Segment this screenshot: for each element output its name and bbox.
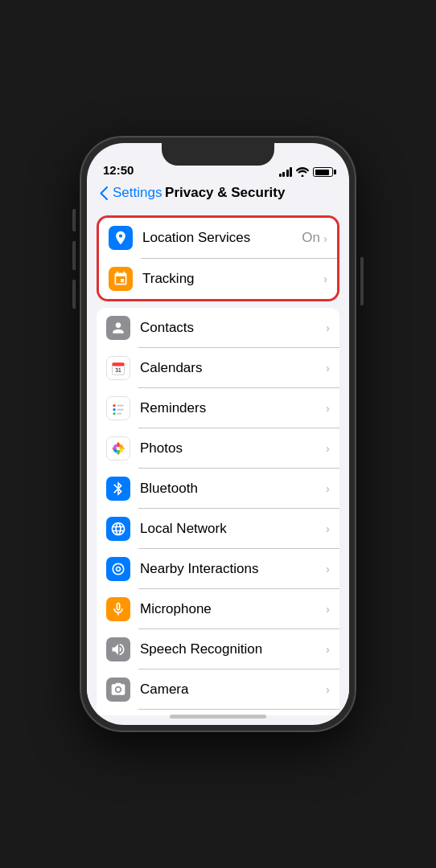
tracking-label: Tracking <box>142 271 323 287</box>
bluetooth-icon <box>106 477 130 501</box>
location-services-status: On <box>302 230 320 246</box>
tracking-icon <box>109 267 133 291</box>
contacts-right: › <box>326 321 330 334</box>
bluetooth-label: Bluetooth <box>140 481 326 497</box>
nav-bar: Settings Privacy & Security <box>87 182 349 209</box>
microphone-label: Microphone <box>140 601 326 617</box>
calendars-icon: 31 <box>106 356 130 380</box>
calendars-chevron: › <box>326 361 330 375</box>
battery-icon <box>313 167 333 177</box>
microphone-icon <box>106 597 130 621</box>
svg-rect-8 <box>117 412 121 414</box>
svg-rect-6 <box>117 404 123 406</box>
camera-icon <box>106 678 130 702</box>
svg-point-4 <box>113 408 115 411</box>
contacts-item[interactable]: Contacts › <box>97 308 339 348</box>
nearby-interactions-item[interactable]: Nearby Interactions › <box>97 549 339 589</box>
back-button[interactable]: Settings <box>100 185 162 201</box>
status-icons <box>279 167 334 177</box>
nearby-interactions-icon <box>106 557 130 581</box>
contacts-chevron: › <box>326 321 330 334</box>
tracking-right: › <box>323 272 327 285</box>
permissions-section: Contacts › 31 Calendars <box>97 308 339 716</box>
back-chevron-icon <box>100 186 108 200</box>
local-network-item[interactable]: Local Network › <box>97 509 339 549</box>
speech-recognition-item[interactable]: Speech Recognition › <box>97 629 339 669</box>
local-network-icon <box>106 517 130 541</box>
bluetooth-item[interactable]: Bluetooth › <box>97 469 339 509</box>
local-network-right: › <box>326 522 330 535</box>
location-services-label: Location Services <box>142 230 302 246</box>
location-services-right: On › <box>302 230 327 246</box>
svg-point-3 <box>113 404 115 407</box>
reminders-icon <box>106 396 130 420</box>
svg-point-15 <box>117 447 120 450</box>
power-button[interactable] <box>360 257 364 305</box>
reminders-chevron: › <box>326 401 330 415</box>
photos-label: Photos <box>140 440 326 457</box>
reminders-right: › <box>326 401 330 415</box>
photos-item[interactable]: Photos › <box>97 428 339 469</box>
home-indicator <box>170 714 266 719</box>
speech-recognition-right: › <box>326 642 330 656</box>
location-services-icon <box>109 226 133 250</box>
camera-item[interactable]: Camera › <box>97 669 339 710</box>
calendars-item[interactable]: 31 Calendars › <box>97 348 339 388</box>
contacts-label: Contacts <box>140 320 326 336</box>
photos-right: › <box>326 441 330 455</box>
microphone-chevron: › <box>326 602 330 616</box>
wifi-icon <box>296 167 309 177</box>
volume-down-button[interactable] <box>72 280 76 309</box>
speech-recognition-chevron: › <box>326 642 330 656</box>
top-section: Location Services On › <box>97 215 339 301</box>
screen: 12:50 <box>87 143 349 725</box>
microphone-right: › <box>326 602 330 616</box>
silent-button[interactable] <box>72 209 76 231</box>
reminders-label: Reminders <box>140 400 326 416</box>
bluetooth-right: › <box>326 481 330 495</box>
location-services-item[interactable]: Location Services On › <box>99 218 337 258</box>
speech-recognition-icon <box>106 637 130 661</box>
svg-rect-1 <box>113 362 125 366</box>
microphone-item[interactable]: Microphone › <box>97 589 339 629</box>
nearby-interactions-chevron: › <box>326 562 330 575</box>
tracking-chevron: › <box>323 272 327 285</box>
calendars-label: Calendars <box>140 360 326 376</box>
reminders-item[interactable]: Reminders › <box>97 388 339 428</box>
signal-icon <box>279 167 293 177</box>
notch <box>162 143 274 166</box>
nearby-interactions-right: › <box>326 562 330 575</box>
svg-rect-7 <box>117 408 123 410</box>
tracking-item[interactable]: Tracking › <box>99 259 337 299</box>
nearby-interactions-label: Nearby Interactions <box>140 561 326 577</box>
camera-label: Camera <box>140 682 326 698</box>
svg-text:31: 31 <box>115 367 121 373</box>
bluetooth-chevron: › <box>326 481 330 495</box>
local-network-chevron: › <box>326 522 330 535</box>
status-time: 12:50 <box>103 163 134 177</box>
photos-chevron: › <box>326 441 330 455</box>
contacts-icon <box>106 316 130 340</box>
volume-up-button[interactable] <box>72 241 76 270</box>
camera-chevron: › <box>326 682 330 696</box>
photos-icon <box>106 436 130 461</box>
back-label: Settings <box>113 185 162 201</box>
speech-recognition-label: Speech Recognition <box>140 641 326 657</box>
svg-point-5 <box>113 412 115 415</box>
local-network-label: Local Network <box>140 521 326 537</box>
calendars-right: › <box>326 361 330 375</box>
location-services-chevron: › <box>323 231 327 245</box>
scroll-content[interactable]: Location Services On › <box>87 209 349 715</box>
phone-frame: 12:50 <box>80 137 356 731</box>
page-title: Privacy & Security <box>162 185 288 201</box>
camera-right: › <box>326 682 330 696</box>
